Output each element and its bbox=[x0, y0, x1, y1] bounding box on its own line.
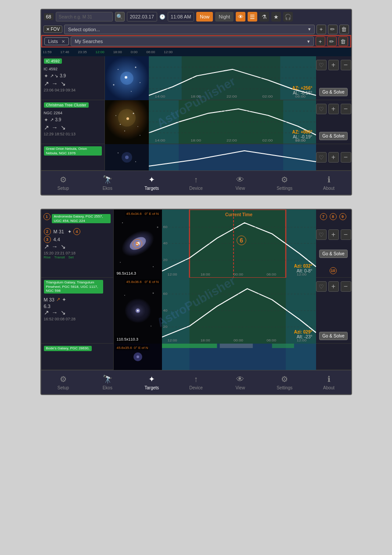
nav-targets-2[interactable]: ✦ Targets bbox=[129, 370, 174, 394]
directional-arrows: ↗→↘ bbox=[44, 243, 111, 250]
favorite-button[interactable]: ♡ bbox=[316, 60, 327, 70]
edit-option-btn[interactable]: ✏ bbox=[328, 25, 338, 34]
bottom-nav-2: ⚙ Setup 🔭 Ekos ✦ Targets ↑ Device 👁 View… bbox=[41, 370, 351, 394]
search-button[interactable]: 🔍 bbox=[115, 12, 125, 22]
star-icon-btn[interactable]: ★ bbox=[271, 12, 281, 22]
svg-rect-47 bbox=[149, 144, 179, 170]
target-stats: ✦ ↗ 3.9 bbox=[44, 117, 102, 123]
now-button[interactable]: Now bbox=[196, 12, 213, 22]
about-icon: ℹ bbox=[327, 175, 331, 185]
svg-point-24 bbox=[133, 113, 134, 114]
lists-tab[interactable]: Lists ✕ bbox=[44, 37, 69, 45]
svg-text:18:00: 18:00 bbox=[191, 94, 201, 98]
remove-button[interactable]: − bbox=[341, 229, 351, 240]
directional-arrows: ↗→↘ bbox=[44, 309, 111, 316]
add-button[interactable]: + bbox=[328, 281, 339, 292]
nav-ekos-2[interactable]: 🔭 Ekos bbox=[85, 370, 129, 394]
nav-view-2[interactable]: 👁 View bbox=[218, 370, 263, 394]
delete-option-btn[interactable]: 🗑 bbox=[339, 25, 349, 34]
remove-button[interactable]: − bbox=[341, 104, 351, 114]
settings-icon: ⚙ bbox=[281, 374, 288, 384]
eye-icon-btn[interactable]: 👁 bbox=[236, 12, 245, 22]
svg-text:20: 20 bbox=[163, 258, 167, 262]
nav-setup[interactable]: ⚙ Setup bbox=[41, 171, 86, 195]
action-row-top: ♡ + − bbox=[316, 104, 351, 114]
catalog-id: M 31 bbox=[54, 229, 64, 234]
delete-list-btn[interactable]: 🗑 bbox=[338, 36, 348, 46]
svg-text:12:00: 12:00 bbox=[167, 273, 177, 276]
nav-about[interactable]: ℹ About bbox=[307, 171, 351, 195]
favorite-button[interactable]: ♡ bbox=[316, 152, 327, 163]
go-solve-button[interactable]: Go & Solve bbox=[319, 132, 348, 140]
remove-button[interactable]: − bbox=[341, 152, 351, 163]
fov-label: 45.8x36.6 0° E of N bbox=[125, 279, 160, 284]
time-display[interactable]: 11:08 AM bbox=[168, 12, 194, 22]
add-option-btn[interactable]: + bbox=[316, 25, 326, 34]
altitude-value: Alt: 0-8° bbox=[294, 268, 313, 273]
close-btn[interactable]: ✕ FOV bbox=[43, 25, 63, 33]
add-list-btn[interactable]: + bbox=[316, 36, 325, 46]
nav-device-2[interactable]: ↑ Device bbox=[174, 370, 218, 394]
svg-point-54 bbox=[153, 266, 154, 267]
nav-view[interactable]: 👁 View bbox=[218, 171, 263, 195]
remove-button[interactable]: − bbox=[341, 60, 351, 70]
my-searches-select[interactable]: My Searches ▾ bbox=[71, 36, 313, 46]
night-button[interactable]: Night bbox=[215, 12, 234, 22]
go-solve-button[interactable]: Go & Solve bbox=[319, 250, 348, 258]
remove-button[interactable]: − bbox=[341, 281, 351, 292]
list-bar: Lists ✕ My Searches ▾ + ✏ 🗑 bbox=[41, 35, 351, 47]
add-button[interactable]: + bbox=[328, 104, 339, 114]
target-chart-christmas: 14:00 18:00 22:00 02:00 06:00 12:00 AZ: … bbox=[149, 100, 316, 144]
list-icon-btn[interactable]: ☰ bbox=[248, 12, 257, 22]
favorite-button[interactable]: ♡ bbox=[316, 281, 327, 292]
number-7-circle: 7 bbox=[320, 213, 327, 220]
filter-icon-btn[interactable]: ⚗ bbox=[259, 12, 269, 22]
svg-point-76 bbox=[137, 310, 139, 312]
date-display[interactable]: 2022.03.17 bbox=[127, 12, 157, 22]
svg-point-23 bbox=[120, 124, 121, 125]
rise-transit-set: RiseTransitSet bbox=[44, 255, 111, 259]
target-row-andromeda: 1 Andromeda Galaxy, PGC 2557, UGC 454, N… bbox=[41, 210, 351, 278]
svg-point-56 bbox=[120, 262, 121, 263]
targets-label: Targets bbox=[144, 385, 159, 390]
target-chart-triangulum: 60 40 20 12:00 18:00 00:00 06:00 12:00 A… bbox=[162, 278, 316, 344]
add-button[interactable]: + bbox=[328, 152, 339, 163]
edit-list-btn[interactable]: ✏ bbox=[327, 36, 337, 46]
svg-point-2 bbox=[125, 76, 127, 79]
favorite-button[interactable]: ♡ bbox=[316, 104, 327, 114]
az-alt-display: Azi: 032° Alt: 0-8° bbox=[294, 264, 313, 273]
nav-about-2[interactable]: ℹ About bbox=[307, 370, 351, 394]
nav-setup-2[interactable]: ⚙ Setup bbox=[41, 370, 86, 394]
nav-ekos[interactable]: 🔭 Ekos bbox=[85, 171, 129, 195]
action-row-top: ♡ + − bbox=[316, 152, 351, 163]
headset-icon-btn[interactable]: 🎧 bbox=[283, 12, 293, 22]
search-input[interactable]: Search e.g. M 31 bbox=[56, 12, 113, 22]
targets-icon: ✦ bbox=[148, 175, 155, 185]
device-label: Device bbox=[189, 385, 203, 390]
target-alt-names: NGC 2264 bbox=[44, 111, 102, 116]
svg-rect-102 bbox=[272, 344, 294, 348]
nav-settings-2[interactable]: ⚙ Settings bbox=[263, 370, 307, 394]
nav-device[interactable]: ↑ Device bbox=[174, 171, 218, 195]
add-button[interactable]: + bbox=[328, 229, 339, 240]
close-lists-icon[interactable]: ✕ bbox=[61, 39, 65, 44]
altitude-chart: 14:00 18:00 22:00 02:00 06:00 12:00 bbox=[149, 100, 316, 144]
svg-point-55 bbox=[157, 227, 158, 228]
go-solve-button[interactable]: Go & Solve bbox=[319, 332, 348, 340]
magnitude-m33: 6.3 bbox=[44, 304, 111, 309]
number-3-circle: 3 bbox=[44, 236, 51, 243]
add-button[interactable]: + bbox=[328, 60, 339, 70]
targets-icon: ✦ bbox=[148, 374, 155, 384]
svg-point-78 bbox=[151, 326, 151, 326]
nav-targets[interactable]: ✦ Targets bbox=[129, 171, 174, 195]
svg-text:18:00: 18:00 bbox=[200, 339, 210, 342]
go-solve-button[interactable]: Go & Solve bbox=[319, 88, 348, 96]
about-label: About bbox=[323, 186, 334, 191]
favorite-button[interactable]: ♡ bbox=[316, 229, 327, 240]
nav-settings[interactable]: ⚙ Settings bbox=[263, 171, 307, 195]
option-select[interactable]: Select option... ▾ bbox=[64, 25, 314, 34]
number-5-circle-overlay: 5 bbox=[133, 239, 143, 249]
target-times: 15:20 23:21 07:18 bbox=[44, 251, 111, 255]
target-alt-names: IC 4592 bbox=[44, 67, 102, 72]
ekos-label: Ekos bbox=[103, 186, 112, 191]
